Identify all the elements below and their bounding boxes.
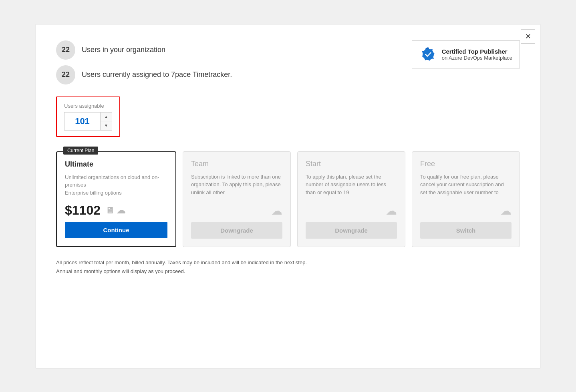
plan-desc-start: To apply this plan, please set the numbe… xyxy=(306,173,397,198)
user-stats: 22 Users in your organization 22 Users c… xyxy=(56,40,232,84)
stepper-down-button[interactable]: ▼ xyxy=(101,121,112,130)
stat-badge-1: 22 xyxy=(56,65,75,84)
publisher-badge: Certified Top Publisher on Azure DevOps … xyxy=(412,40,520,68)
plan-name-ultimate: Ultimate xyxy=(65,160,167,169)
switch-button-free: Switch xyxy=(420,222,512,239)
stepper-up-button[interactable]: ▲ xyxy=(101,113,112,121)
plan-card-free: Free To qualify for our free plan, pleas… xyxy=(412,151,520,247)
pricing-note-line1: All prices reflect total per month, bill… xyxy=(56,258,520,267)
plan-icons-ultimate: 🖥 ☁ xyxy=(105,205,125,216)
cloud-icon: ☁ xyxy=(117,205,125,216)
plan-name-free: Free xyxy=(420,160,512,168)
stepper-buttons: ▲ ▼ xyxy=(100,113,112,130)
stat-label-0: Users in your organization xyxy=(82,46,165,54)
stat-label-1: Users currently assigned to 7pace Timetr… xyxy=(82,70,232,79)
user-stepper[interactable]: 101 ▲ ▼ xyxy=(64,112,112,131)
continue-button[interactable]: Continue xyxy=(65,222,167,238)
downgrade-button-team: Downgrade xyxy=(191,222,282,239)
plan-name-start: Start xyxy=(306,160,397,168)
plan-card-team: Team Subscription is linked to more than… xyxy=(183,151,291,247)
plan-desc-free: To qualify for our free plan, please can… xyxy=(420,173,512,198)
close-button[interactable]: ✕ xyxy=(521,29,535,44)
plan-card-ultimate: Current Plan Ultimate Unlimited organiza… xyxy=(56,151,176,247)
stat-row-0: 22 Users in your organization xyxy=(56,40,232,60)
assignable-section: Users assignable 101 ▲ ▼ xyxy=(56,96,120,137)
stepper-value: 101 xyxy=(64,114,100,129)
cloud-icon-team: ☁ xyxy=(191,204,282,217)
header-section: 22 Users in your organization 22 Users c… xyxy=(56,40,520,84)
badge-text: Certified Top Publisher on Azure DevOps … xyxy=(442,48,512,61)
plan-card-start: Start To apply this plan, please set the… xyxy=(297,151,405,247)
current-plan-tag: Current Plan xyxy=(63,147,98,155)
plans-section: Current Plan Ultimate Unlimited organiza… xyxy=(56,151,520,247)
plan-price-ultimate: $1102 🖥 ☁ xyxy=(65,203,167,218)
badge-subtitle: on Azure DevOps Marketplace xyxy=(442,55,512,61)
assignable-label: Users assignable xyxy=(64,103,112,109)
stat-badge-0: 22 xyxy=(56,40,75,60)
certified-badge-icon xyxy=(419,46,437,63)
plan-desc-ultimate: Unlimited organizations on cloud and on-… xyxy=(65,173,167,197)
pricing-note: All prices reflect total per month, bill… xyxy=(56,258,520,276)
downgrade-button-start: Downgrade xyxy=(306,222,397,239)
pricing-note-line2: Annual and monthly options will display … xyxy=(56,267,520,276)
cloud-icon-free: ☁ xyxy=(420,204,512,217)
plan-desc-team: Subscription is linked to more than one … xyxy=(191,173,282,198)
monitor-icon: 🖥 xyxy=(105,205,114,216)
cloud-icon-start: ☁ xyxy=(306,204,397,217)
svg-point-0 xyxy=(423,49,434,60)
badge-title: Certified Top Publisher xyxy=(442,48,512,55)
stat-row-1: 22 Users currently assigned to 7pace Tim… xyxy=(56,65,232,84)
main-dialog: ✕ 22 Users in your organization 22 Users… xyxy=(36,24,540,368)
plan-name-team: Team xyxy=(191,160,282,168)
